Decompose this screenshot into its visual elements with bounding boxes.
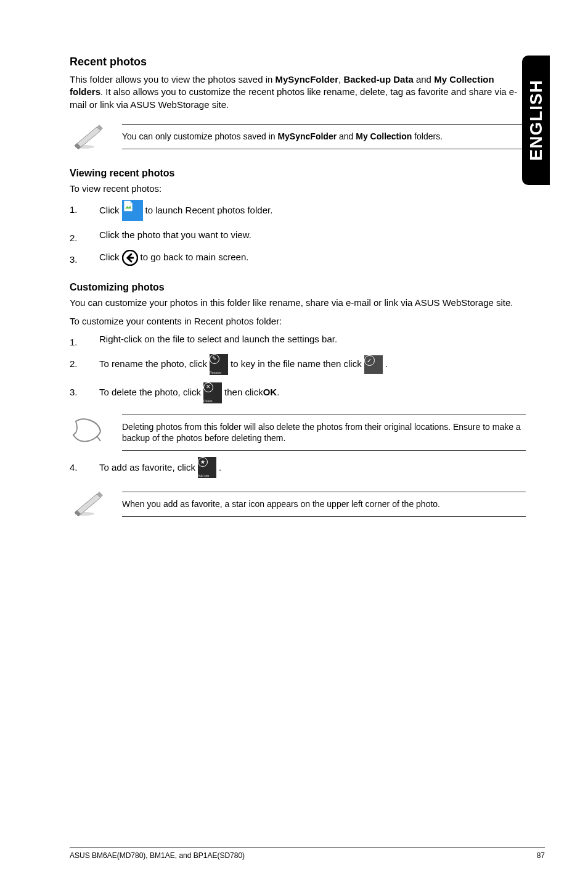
viewing-title: Viewing recent photos xyxy=(70,168,526,179)
note-pencil-icon xyxy=(70,122,104,152)
back-icon xyxy=(122,250,138,266)
add-star-icon: ★ Add star xyxy=(198,457,216,478)
footer-page-number: 87 xyxy=(537,851,545,860)
step-item: To rename the photo, click ✎ Rename to k… xyxy=(70,354,526,375)
recent-photos-icon xyxy=(122,200,143,221)
customizing-title: Customizing photos xyxy=(70,282,526,293)
warning-hand-icon xyxy=(70,418,104,447)
note-text: When you add as favorite, a star icon ap… xyxy=(122,492,526,517)
rename-icon: ✎ Rename xyxy=(210,354,228,375)
customizing-lead2: To customize your contents in Recent pho… xyxy=(70,315,526,328)
step-item: Click to go back to main screen. xyxy=(70,250,526,266)
section-intro: This folder allows you to view the photo… xyxy=(70,73,526,111)
step-item: To add as favorite, click ★ Add star . xyxy=(70,457,526,478)
footer-model: ASUS BM6AE(MD780), BM1AE, and BP1AE(SD78… xyxy=(70,851,245,860)
language-tab: ENGLISH xyxy=(522,56,550,185)
customizing-steps: Right-click on the file to select and la… xyxy=(70,332,526,403)
step-item: Click the photo that you want to view. xyxy=(70,228,526,242)
viewing-lead: To view recent photos: xyxy=(70,183,526,195)
page-footer: ASUS BM6AE(MD780), BM1AE, and BP1AE(SD78… xyxy=(70,847,545,860)
note-delete-warning: Deleting photos from this folder will al… xyxy=(70,415,526,452)
delete-icon: ✕ Delete xyxy=(203,382,222,403)
note-text: Deleting photos from this folder will al… xyxy=(122,415,526,452)
note-pencil-icon xyxy=(70,489,104,519)
section-title: Recent photos xyxy=(70,56,526,68)
step-item: To delete the photo, click ✕ Delete then… xyxy=(70,382,526,403)
note-text: You can only customize photos saved in M… xyxy=(122,124,526,149)
customizing-steps-cont: To add as favorite, click ★ Add star . xyxy=(70,457,526,478)
viewing-steps: Click to launch Recent photos folder. Cl… xyxy=(70,200,526,266)
note-customize-only: You can only customize photos saved in M… xyxy=(70,122,526,152)
language-label: ENGLISH xyxy=(526,80,546,160)
step-item: Click to launch Recent photos folder. xyxy=(70,200,526,221)
step-item: Right-click on the file to select and la… xyxy=(70,332,526,347)
note-favorite-star: When you add as favorite, a star icon ap… xyxy=(70,489,526,519)
confirm-check-icon: ✓ xyxy=(364,355,383,374)
customizing-lead1: You can customize your photos in this fo… xyxy=(70,297,526,309)
